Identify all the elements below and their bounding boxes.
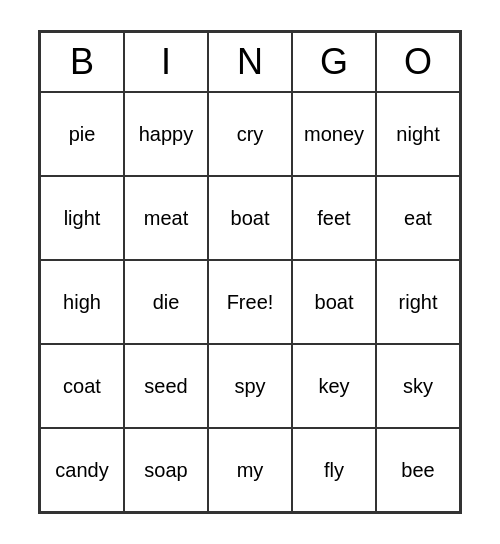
cell-r0-c0: pie	[40, 92, 124, 176]
cell-r1-c1: meat	[124, 176, 208, 260]
cell-r2-c1: die	[124, 260, 208, 344]
cell-r3-c0: coat	[40, 344, 124, 428]
cell-r0-c3: money	[292, 92, 376, 176]
header-letter: B	[40, 32, 124, 92]
bingo-card: BINGO piehappycrymoneynightlightmeatboat…	[38, 30, 462, 514]
cell-r1-c2: boat	[208, 176, 292, 260]
cell-r3-c2: spy	[208, 344, 292, 428]
bingo-grid: piehappycrymoneynightlightmeatboatfeetea…	[40, 92, 460, 512]
cell-r4-c2: my	[208, 428, 292, 512]
cell-r0-c2: cry	[208, 92, 292, 176]
cell-r3-c4: sky	[376, 344, 460, 428]
cell-r3-c3: key	[292, 344, 376, 428]
cell-r1-c0: light	[40, 176, 124, 260]
header-letter: N	[208, 32, 292, 92]
cell-r1-c4: eat	[376, 176, 460, 260]
cell-r4-c1: soap	[124, 428, 208, 512]
cell-r2-c0: high	[40, 260, 124, 344]
header-letter: I	[124, 32, 208, 92]
cell-r0-c1: happy	[124, 92, 208, 176]
cell-r4-c4: bee	[376, 428, 460, 512]
bingo-header: BINGO	[40, 32, 460, 92]
header-letter: O	[376, 32, 460, 92]
cell-r2-c4: right	[376, 260, 460, 344]
cell-r0-c4: night	[376, 92, 460, 176]
cell-r1-c3: feet	[292, 176, 376, 260]
cell-r4-c3: fly	[292, 428, 376, 512]
cell-r2-c3: boat	[292, 260, 376, 344]
cell-r4-c0: candy	[40, 428, 124, 512]
cell-r2-c2: Free!	[208, 260, 292, 344]
cell-r3-c1: seed	[124, 344, 208, 428]
header-letter: G	[292, 32, 376, 92]
